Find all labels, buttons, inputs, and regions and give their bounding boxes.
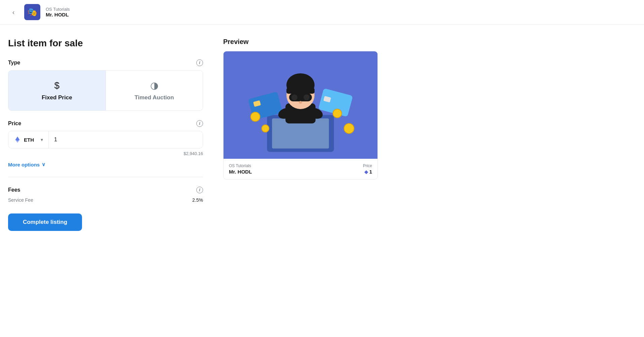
preview-price-column: Price ◆ 1 [363,163,372,175]
price-label: Price [8,121,21,127]
svg-point-16 [251,112,260,122]
preview-nft-info: OS Tutorials Mr. HODL [229,163,252,175]
price-info-icon[interactable]: i [196,120,203,127]
header-info: OS Tutorials Mr. HODL [46,7,70,17]
fees-info-icon[interactable]: i [196,187,203,193]
section-divider [8,177,203,177]
fixed-price-option[interactable]: $ Fixed Price [8,70,106,110]
chevron-down-icon: ∨ [42,161,45,167]
svg-point-13 [304,94,310,100]
price-section: Price i ETH ▾ $2,940.16 [8,120,203,156]
svg-point-15 [299,101,302,104]
fees-section: Fees i Service Fee 2.5% [8,187,203,203]
collection-name: OS Tutorials [46,7,70,12]
fixed-price-label: Fixed Price [42,94,72,101]
svg-rect-14 [297,96,304,98]
preview-image [224,51,377,159]
svg-point-19 [344,124,354,134]
avatar: 🎭 [24,4,40,20]
price-usd-value: $2,940.16 [8,151,203,156]
eth-icon-small: ◆ [364,169,368,175]
left-column: List item for sale Type i $ Fixed Price … [8,38,203,231]
nft-illustration [224,51,377,159]
type-section-header: Type i [8,59,203,66]
service-fee-value: 2.5% [192,197,203,203]
preview-info: OS Tutorials Mr. HODL Price ◆ 1 [224,159,377,179]
more-options-label: More options [8,162,40,167]
back-button[interactable]: ‹ [8,7,19,17]
type-selector: $ Fixed Price ◑ Timed Auction [8,70,203,111]
fees-label: Fees [8,187,20,193]
header: ‹ 🎭 OS Tutorials Mr. HODL [0,0,644,25]
clock-icon: ◑ [150,80,158,91]
currency-label: ETH [24,137,34,143]
nft-name: Mr. HODL [46,12,70,17]
preview-price-label: Price [363,163,372,168]
type-info-icon[interactable]: i [196,59,203,66]
dollar-icon: $ [54,80,59,91]
svg-point-18 [333,109,342,118]
svg-rect-10 [286,88,315,94]
fee-row: Service Fee 2.5% [8,197,203,203]
preview-title: Preview [223,38,390,46]
fees-section-header: Fees i [8,187,203,193]
svg-point-17 [262,125,269,132]
type-label: Type [8,60,20,66]
preview-card: OS Tutorials Mr. HODL Price ◆ 1 [223,51,378,180]
price-input-row: ETH ▾ [8,131,203,148]
chevron-down-icon: ▾ [41,137,43,142]
complete-listing-button[interactable]: Complete listing [8,213,82,231]
price-input[interactable] [49,131,203,148]
preview-nft-name: Mr. HODL [229,169,252,175]
svg-point-12 [291,94,297,100]
timed-auction-label: Timed Auction [134,94,174,101]
eth-logo [14,136,21,143]
page-title: List item for sale [8,38,203,49]
price-section-header: Price i [8,120,203,127]
preview-collection-name: OS Tutorials [229,163,252,168]
currency-selector[interactable]: ETH ▾ [8,131,49,148]
right-column: Preview [223,38,390,231]
service-fee-label: Service Fee [8,197,33,203]
timed-auction-option[interactable]: ◑ Timed Auction [106,70,203,110]
main-layout: List item for sale Type i $ Fixed Price … [0,25,403,244]
preview-price-value: ◆ 1 [363,169,372,175]
more-options-toggle[interactable]: More options ∨ [8,161,203,167]
price-amount: 1 [369,169,372,175]
